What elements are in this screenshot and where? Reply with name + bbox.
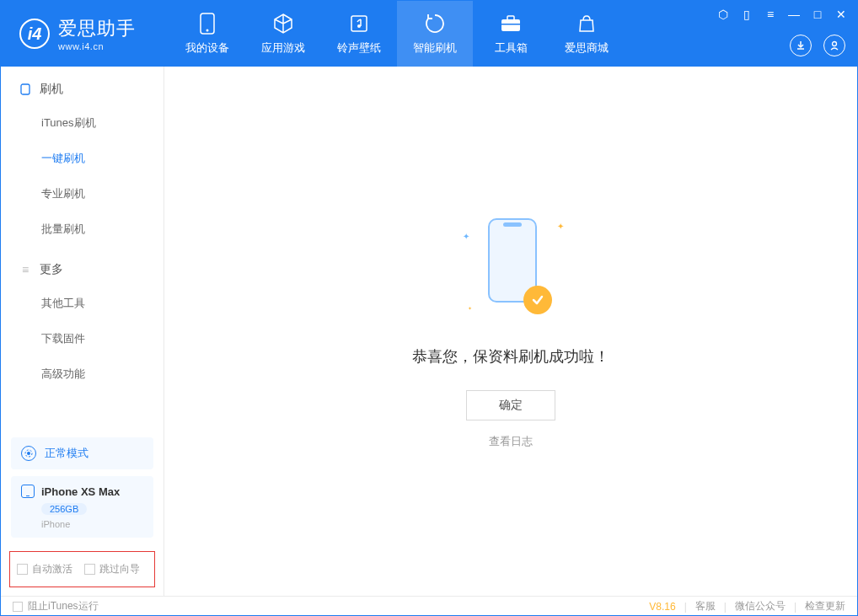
mode-icon bbox=[21, 446, 36, 461]
refresh-icon bbox=[423, 12, 447, 35]
sparkle-icon: ✦ bbox=[463, 232, 469, 241]
device-capacity-badge: 256GB bbox=[41, 503, 87, 515]
list-icon: ≡ bbox=[19, 264, 31, 276]
checkbox-skip-guide[interactable]: 跳过向导 bbox=[84, 562, 140, 576]
menu-icon[interactable]: ≡ bbox=[763, 8, 778, 21]
phone-icon bbox=[196, 12, 219, 35]
checkmark-badge-icon bbox=[523, 286, 552, 314]
phone-small-icon bbox=[21, 485, 35, 498]
checkbox-block-itunes[interactable]: 阻止iTunes运行 bbox=[13, 599, 99, 613]
device-type-label: iPhone bbox=[41, 519, 143, 529]
main-content: ✦ ✦ ✦ 恭喜您，保资料刷机成功啦！ 确定 查看日志 bbox=[164, 67, 857, 596]
shirt-icon[interactable]: ⬡ bbox=[716, 8, 731, 21]
tab-ringtones-wallpapers[interactable]: 铃声壁纸 bbox=[321, 1, 397, 67]
checkbox-auto-activate[interactable]: 自动激活 bbox=[17, 562, 72, 576]
wechat-link[interactable]: 微信公众号 bbox=[735, 599, 786, 613]
svg-rect-8 bbox=[21, 84, 29, 94]
sidebar-item-onekey-flash[interactable]: 一键刷机 bbox=[1, 141, 164, 176]
brand-subtitle: www.i4.cn bbox=[58, 41, 136, 51]
tab-store[interactable]: 爱思商城 bbox=[549, 1, 625, 67]
sidebar-item-batch-flash[interactable]: 批量刷机 bbox=[1, 212, 164, 247]
window-controls: ⬡ ▯ ≡ — □ ✕ bbox=[716, 8, 849, 21]
header-right-icons bbox=[790, 35, 845, 56]
svg-point-1 bbox=[206, 29, 209, 32]
header-bar: i4 爱思助手 www.i4.cn 我的设备 应用游戏 铃声壁纸 智能刷机 工具… bbox=[1, 1, 857, 67]
svg-point-9 bbox=[27, 452, 30, 455]
sparkle-icon: ✦ bbox=[468, 305, 472, 311]
nav-tabs: 我的设备 应用游戏 铃声壁纸 智能刷机 工具箱 爱思商城 bbox=[169, 1, 625, 67]
tab-toolbox[interactable]: 工具箱 bbox=[473, 1, 549, 67]
device-name-row: iPhone XS Max bbox=[21, 485, 143, 498]
download-icon[interactable] bbox=[790, 35, 812, 56]
tab-my-device[interactable]: 我的设备 bbox=[169, 1, 245, 67]
svg-rect-4 bbox=[501, 19, 520, 31]
sparkle-icon: ✦ bbox=[557, 222, 564, 231]
close-button[interactable]: ✕ bbox=[834, 8, 849, 21]
support-link[interactable]: 客服 bbox=[695, 599, 716, 613]
layout-icon[interactable]: ▯ bbox=[739, 8, 754, 21]
sidebar-item-download-firmware[interactable]: 下载固件 bbox=[1, 321, 164, 356]
logo-icon: i4 bbox=[19, 19, 50, 49]
success-message: 恭喜您，保资料刷机成功啦！ bbox=[412, 346, 609, 367]
brand-title: 爱思助手 bbox=[58, 16, 136, 41]
sidebar-group-more: ≡ 更多 bbox=[1, 247, 164, 286]
svg-rect-6 bbox=[501, 24, 520, 25]
flash-options-row: 自动激活 跳过向导 bbox=[9, 551, 155, 587]
ok-button[interactable]: 确定 bbox=[466, 390, 555, 420]
sidebar-item-other-tools[interactable]: 其他工具 bbox=[1, 286, 164, 321]
svg-point-7 bbox=[833, 42, 837, 46]
tab-smart-flash[interactable]: 智能刷机 bbox=[397, 1, 473, 67]
toolbox-icon bbox=[499, 12, 523, 35]
sidebar: 刷机 iTunes刷机 一键刷机 专业刷机 批量刷机 ≡ 更多 其他工具 下载固… bbox=[1, 67, 164, 596]
sidebar-group-flash: 刷机 bbox=[1, 67, 164, 105]
bag-icon bbox=[575, 12, 598, 35]
status-bar: 阻止iTunes运行 V8.16 | 客服 | 微信公众号 | 检查更新 bbox=[1, 596, 857, 616]
device-info-box[interactable]: iPhone XS Max 256GB iPhone bbox=[11, 476, 153, 538]
device-small-icon bbox=[19, 83, 31, 95]
cube-icon bbox=[271, 12, 295, 35]
svg-rect-2 bbox=[351, 16, 367, 31]
svg-rect-5 bbox=[507, 16, 514, 20]
version-label: V8.16 bbox=[649, 601, 675, 613]
svg-point-3 bbox=[357, 24, 361, 28]
maximize-button[interactable]: □ bbox=[810, 8, 825, 21]
minimize-button[interactable]: — bbox=[786, 8, 802, 21]
success-illustration: ✦ ✦ ✦ bbox=[456, 213, 566, 323]
tab-apps-games[interactable]: 应用游戏 bbox=[245, 1, 321, 67]
view-log-link[interactable]: 查看日志 bbox=[489, 434, 533, 449]
sidebar-item-advanced[interactable]: 高级功能 bbox=[1, 356, 164, 392]
logo-area: i4 爱思助手 www.i4.cn bbox=[1, 16, 169, 51]
sidebar-item-itunes-flash[interactable]: iTunes刷机 bbox=[1, 105, 164, 141]
check-update-link[interactable]: 检查更新 bbox=[805, 599, 845, 613]
device-mode-box[interactable]: 正常模式 bbox=[11, 437, 153, 469]
user-icon[interactable] bbox=[823, 35, 845, 56]
music-icon bbox=[347, 12, 371, 35]
sidebar-item-pro-flash[interactable]: 专业刷机 bbox=[1, 176, 164, 212]
